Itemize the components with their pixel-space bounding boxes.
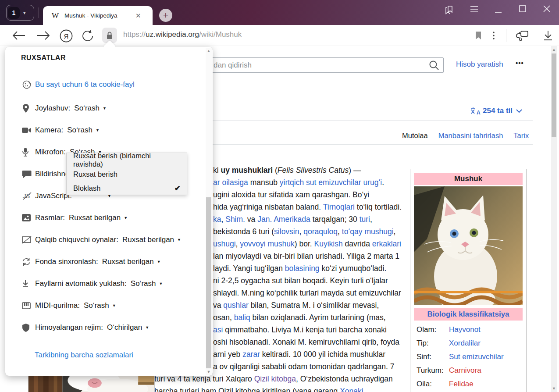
downloads-icon[interactable] [543, 30, 553, 42]
dropdown-caret-icon: ▼ [124, 216, 128, 220]
svg-text:JS: JS [22, 192, 30, 200]
close-window-icon[interactable] [542, 4, 551, 13]
menu-item[interactable]: Bloklash✔ [67, 181, 187, 195]
more-options-icon[interactable] [491, 31, 496, 40]
kitten-photo[interactable] [414, 186, 523, 305]
article-link[interactable]: Kuyikish [314, 239, 343, 248]
article-link[interactable]: Qizil kitobga [254, 374, 296, 383]
url-host: uz.wikipedia.org [146, 30, 199, 39]
minimize-icon[interactable] [495, 5, 502, 14]
permission-value-dropdown[interactable]: Ruxsat berilgan▼ [122, 235, 181, 244]
permission-value-dropdown[interactable]: Ruxsat berilgan▼ [102, 257, 161, 266]
taxon-link[interactable]: Sut emizuvchilar [449, 353, 504, 361]
new-tab-button[interactable]: + [159, 9, 172, 22]
article-link[interactable]: Jan. Amerikada [257, 215, 310, 224]
taxon-link[interactable]: Felidae [449, 380, 474, 388]
panel-scrollbar[interactable]: ▲ ▼ [206, 48, 212, 375]
article-text-segment: mansub [248, 178, 280, 187]
bookmark-icon[interactable] [474, 31, 482, 40]
maximize-icon[interactable] [519, 4, 527, 13]
address-bar[interactable]: https://uz.wikipedia.org/wiki/Mushuk [123, 30, 242, 39]
shield-icon [22, 323, 32, 332]
article-link[interactable]: yirtqich sut emizuvchilar urugʻi [280, 178, 382, 187]
menu-item[interactable]: Ruxsat berish (birlamchi ravishda) [67, 153, 187, 167]
article-link[interactable]: Tirnoqlari [323, 203, 355, 211]
browser-tab[interactable]: W Mushuk - Vikipediya ✕ [43, 6, 153, 25]
taxon-rank-label: Sinf: [417, 353, 449, 361]
article-link[interactable]: ushugi [213, 239, 236, 248]
scroll-up-icon[interactable]: ▲ [206, 49, 212, 53]
article-link[interactable]: ar oilasiga [213, 178, 248, 187]
scroll-up-icon[interactable]: ▲ [551, 47, 557, 52]
create-account-link[interactable]: Hisob yaratish [456, 60, 503, 69]
forward-icon[interactable] [36, 29, 51, 42]
article-link[interactable]: qushlar [223, 301, 248, 310]
language-count: 254 ta til [483, 107, 513, 115]
tab-close-icon[interactable]: ✕ [135, 12, 141, 20]
language-selector[interactable]: A 254 ta til [470, 107, 523, 115]
url-scheme: https:// [123, 30, 146, 39]
search-input[interactable]: dan qidirish [210, 57, 444, 73]
permission-value-dropdown[interactable]: Soʻrash▼ [84, 301, 116, 310]
scrollbar-thumb[interactable] [552, 53, 556, 137]
microphone-icon [22, 147, 32, 157]
tab-groups-button[interactable]: 1 ▾ [6, 5, 34, 21]
classification-row: Tip:Xordalilar [414, 339, 523, 348]
tab-manbasini-tahrirlash[interactable]: Manbasini tahrirlash [438, 132, 503, 145]
article-link[interactable]: asi [213, 325, 223, 334]
page-scrollbar[interactable]: ▲ ▼ [551, 46, 557, 392]
permission-label: Mikrofon: [35, 148, 66, 157]
scroll-down-icon[interactable]: ▼ [206, 370, 212, 374]
article-link[interactable]: turi [360, 215, 370, 224]
permission-value-dropdown[interactable]: Soʻrash▼ [67, 126, 100, 135]
browser-toolbar: Я https://uz.wikipedia.org/wiki/Mushuk [0, 25, 559, 46]
article-link[interactable]: Shim. [225, 215, 245, 224]
article-text-segment: , [338, 227, 342, 236]
tab-tarix[interactable]: Tarix [513, 132, 529, 145]
menu-icon[interactable] [470, 5, 479, 14]
article-link[interactable]: toʻqay mushugi [342, 227, 394, 236]
article-link[interactable]: silovsin [274, 227, 299, 236]
article-line: ushugi, yovvoyi mushuk) bor. Kuyikish da… [213, 239, 401, 249]
article-link[interactable]: yovvoyi mushuk [240, 239, 295, 248]
permission-value-dropdown[interactable]: Soʻrash▼ [74, 104, 107, 113]
article-line: turi va 4 ta kenja turi Xalqaro Qizil ki… [154, 374, 393, 384]
taxon-link[interactable]: Hayvonot [449, 325, 481, 334]
yandex-icon[interactable]: Я [59, 29, 73, 43]
bookmarks-panel-icon[interactable] [444, 4, 456, 15]
file-download-icon [22, 279, 32, 289]
permission-label: Qalqib chiquvchi oynalar: [35, 235, 118, 244]
scrollbar-thumb[interactable] [206, 197, 211, 368]
page-more-menu[interactable]: ••• [516, 59, 524, 67]
article-link[interactable]: bolasining [285, 264, 320, 273]
cookies-link[interactable]: Bu sayt uchun 6 ta cookie-fayl [35, 80, 135, 89]
permission-value-dropdown[interactable]: Soʻrash▼ [131, 279, 163, 288]
article-line: va qushlar bilan, Sumatra M. i oʻsimlikl… [213, 301, 379, 310]
tab-mutolaa[interactable]: Mutolaa [402, 132, 428, 145]
article-link[interactable]: baliq [234, 313, 250, 322]
taxon-link[interactable]: Xordalilar [449, 339, 481, 348]
content-settings-link[interactable]: Tarkibning barcha sozlamalari [35, 351, 133, 360]
reload-icon[interactable] [82, 29, 95, 43]
taxon-rank-label: Turkum: [417, 366, 449, 375]
extensions-icon[interactable] [516, 30, 530, 42]
article-text-segment: turi va 4 ta kenja turi Xalqaro [154, 374, 254, 383]
scroll-down-icon[interactable]: ▼ [551, 386, 557, 391]
back-icon[interactable] [11, 29, 26, 42]
article-link[interactable]: zarar [242, 350, 260, 359]
article-link[interactable]: qoraquloq [303, 227, 338, 236]
article-link[interactable]: erkaklari [372, 239, 401, 248]
taxon-link[interactable]: Carnivora [449, 366, 481, 375]
permission-value-dropdown[interactable]: Ruxsat berilgan▼ [69, 214, 128, 222]
search-icon[interactable] [428, 60, 440, 71]
permissions-panel: RUXSATLAR Bu sayt uchun 6 ta cookie-fayl… [5, 47, 213, 376]
cat-photo-bottom[interactable] [28, 376, 155, 392]
article-text-segment: uy mushuklari [221, 166, 273, 175]
article-text-segment: , [394, 227, 396, 236]
menu-item[interactable]: Ruxsat berish [67, 167, 187, 181]
permission-row: Qalqib chiquvchi oynalar:Ruxsat berilgan… [5, 231, 205, 249]
permission-value-dropdown[interactable]: Oʻchirilgan▼ [107, 323, 149, 332]
article-link[interactable]: ka [213, 215, 221, 224]
article-link[interactable]: Xonaki [340, 387, 363, 392]
article-text-segment: Felis Silvestris Catus [278, 166, 349, 175]
